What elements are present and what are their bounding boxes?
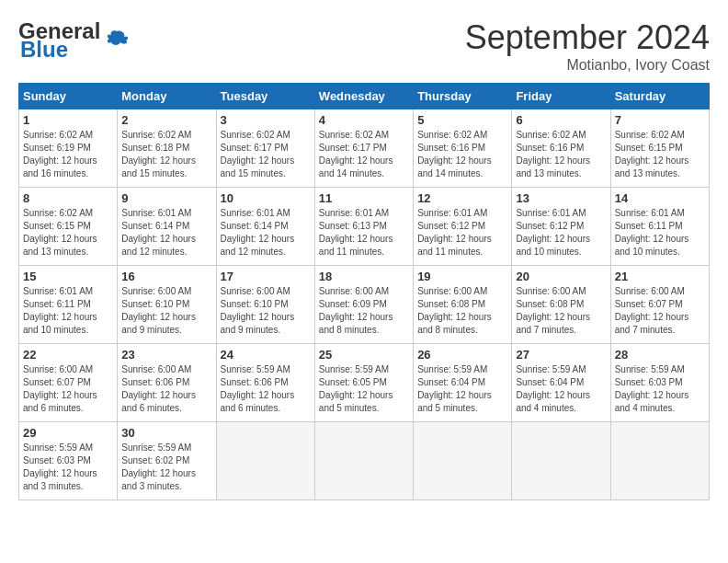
day-cell: 22 Sunrise: 6:00 AM Sunset: 6:07 PM Dayl… (19, 344, 118, 422)
sunrise-label: Sunrise: 6:00 AM (23, 364, 93, 374)
sunset-label: Sunset: 6:08 PM (417, 299, 485, 309)
sunset-label: Sunset: 6:17 PM (319, 143, 387, 153)
day-cell: 25 Sunrise: 5:59 AM Sunset: 6:05 PM Dayl… (314, 344, 413, 422)
day-number: 18 (319, 270, 409, 283)
day-info: Sunrise: 6:02 AM Sunset: 6:18 PM Dayligh… (121, 129, 211, 180)
day-info: Sunrise: 6:01 AM Sunset: 6:14 PM Dayligh… (221, 207, 311, 259)
day-cell: 26 Sunrise: 5:59 AM Sunset: 6:04 PM Dayl… (414, 344, 512, 422)
sunset-label: Sunset: 6:15 PM (615, 143, 683, 153)
logo-bird-icon (104, 28, 130, 53)
daylight-label: Daylight: 12 hours and 6 minutes. (121, 390, 196, 413)
sunrise-label: Sunrise: 6:02 AM (615, 130, 685, 140)
header-col-sunday: Sunday (19, 84, 118, 109)
daylight-label: Daylight: 12 hours and 13 minutes. (615, 155, 689, 178)
sunset-label: Sunset: 6:14 PM (221, 221, 289, 231)
sunrise-label: Sunrise: 6:01 AM (615, 208, 685, 218)
daylight-label: Daylight: 12 hours and 9 minutes. (121, 312, 196, 335)
day-cell: 5 Sunrise: 6:02 AM Sunset: 6:16 PM Dayli… (414, 109, 512, 188)
day-number: 21 (615, 270, 705, 283)
day-number: 20 (516, 270, 606, 283)
sunset-label: Sunset: 6:12 PM (417, 221, 485, 231)
sunset-label: Sunset: 6:10 PM (121, 299, 189, 309)
calendar-table: SundayMondayTuesdayWednesdayThursdayFrid… (18, 83, 710, 500)
daylight-label: Daylight: 12 hours and 6 minutes. (23, 390, 97, 413)
day-number: 25 (319, 348, 409, 362)
daylight-label: Daylight: 12 hours and 14 minutes. (417, 155, 492, 178)
daylight-label: Daylight: 12 hours and 3 minutes. (23, 468, 97, 491)
day-info: Sunrise: 6:01 AM Sunset: 6:12 PM Dayligh… (417, 207, 507, 259)
week-row-3: 15 Sunrise: 6:01 AM Sunset: 6:11 PM Dayl… (19, 266, 710, 344)
day-number: 5 (417, 113, 507, 127)
daylight-label: Daylight: 12 hours and 8 minutes. (319, 312, 393, 335)
sunset-label: Sunset: 6:17 PM (221, 143, 289, 153)
daylight-label: Daylight: 12 hours and 13 minutes. (516, 155, 590, 178)
day-cell: 11 Sunrise: 6:01 AM Sunset: 6:13 PM Dayl… (314, 188, 413, 266)
sunrise-label: Sunrise: 6:02 AM (23, 208, 93, 218)
sunset-label: Sunset: 6:15 PM (23, 221, 91, 231)
day-cell: 7 Sunrise: 6:02 AM Sunset: 6:15 PM Dayli… (610, 109, 709, 188)
sunrise-label: Sunrise: 6:02 AM (319, 130, 389, 140)
day-cell (414, 422, 512, 500)
day-number: 8 (23, 191, 113, 205)
day-info: Sunrise: 6:01 AM Sunset: 6:11 PM Dayligh… (23, 285, 113, 337)
sunrise-label: Sunrise: 5:59 AM (221, 364, 290, 374)
day-number: 9 (121, 191, 211, 205)
day-number: 12 (417, 191, 507, 205)
month-title: September 2024 (465, 18, 710, 57)
day-number: 13 (516, 191, 606, 205)
sunset-label: Sunset: 6:11 PM (23, 299, 91, 309)
day-number: 15 (23, 270, 113, 283)
day-number: 27 (516, 348, 606, 362)
day-info: Sunrise: 6:00 AM Sunset: 6:06 PM Dayligh… (121, 363, 211, 415)
day-info: Sunrise: 5:59 AM Sunset: 6:04 PM Dayligh… (417, 363, 507, 415)
day-info: Sunrise: 6:01 AM Sunset: 6:11 PM Dayligh… (615, 207, 705, 259)
day-cell: 21 Sunrise: 6:00 AM Sunset: 6:07 PM Dayl… (610, 266, 709, 344)
sunrise-label: Sunrise: 6:01 AM (516, 208, 586, 218)
sunrise-label: Sunrise: 6:01 AM (221, 208, 290, 218)
sunset-label: Sunset: 6:10 PM (221, 299, 289, 309)
day-cell: 12 Sunrise: 6:01 AM Sunset: 6:12 PM Dayl… (414, 188, 512, 266)
daylight-label: Daylight: 12 hours and 12 minutes. (221, 234, 295, 257)
day-number: 22 (23, 348, 113, 362)
daylight-label: Daylight: 12 hours and 12 minutes. (121, 234, 196, 257)
daylight-label: Daylight: 12 hours and 13 minutes. (23, 234, 97, 257)
page-header: General Blue September 2024 Motianbo, Iv… (18, 18, 710, 74)
day-cell: 15 Sunrise: 6:01 AM Sunset: 6:11 PM Dayl… (19, 266, 118, 344)
day-cell: 2 Sunrise: 6:02 AM Sunset: 6:18 PM Dayli… (118, 109, 216, 188)
week-row-1: 1 Sunrise: 6:02 AM Sunset: 6:19 PM Dayli… (19, 109, 710, 188)
day-cell: 6 Sunrise: 6:02 AM Sunset: 6:16 PM Dayli… (512, 109, 610, 188)
day-number: 1 (23, 113, 113, 127)
day-info: Sunrise: 6:02 AM Sunset: 6:16 PM Dayligh… (417, 129, 507, 180)
sunset-label: Sunset: 6:18 PM (121, 143, 189, 153)
daylight-label: Daylight: 12 hours and 9 minutes. (221, 312, 295, 335)
sunset-label: Sunset: 6:13 PM (319, 221, 387, 231)
day-info: Sunrise: 6:00 AM Sunset: 6:08 PM Dayligh… (417, 285, 507, 337)
sunrise-label: Sunrise: 6:02 AM (121, 130, 191, 140)
day-info: Sunrise: 6:00 AM Sunset: 6:10 PM Dayligh… (121, 285, 211, 337)
day-number: 19 (417, 270, 507, 283)
week-row-5: 29 Sunrise: 5:59 AM Sunset: 6:03 PM Dayl… (19, 422, 710, 500)
sunrise-label: Sunrise: 6:02 AM (23, 130, 93, 140)
daylight-label: Daylight: 12 hours and 11 minutes. (319, 234, 393, 257)
day-cell: 1 Sunrise: 6:02 AM Sunset: 6:19 PM Dayli… (19, 109, 118, 188)
sunset-label: Sunset: 6:03 PM (23, 455, 91, 465)
sunrise-label: Sunrise: 6:01 AM (319, 208, 389, 218)
sunrise-label: Sunrise: 6:00 AM (417, 286, 487, 296)
sunset-label: Sunset: 6:19 PM (23, 143, 91, 153)
day-info: Sunrise: 5:59 AM Sunset: 6:06 PM Dayligh… (221, 363, 311, 415)
day-cell: 24 Sunrise: 5:59 AM Sunset: 6:06 PM Dayl… (216, 344, 314, 422)
header-col-friday: Friday (512, 84, 610, 109)
day-number: 4 (319, 113, 409, 127)
sunset-label: Sunset: 6:04 PM (516, 377, 584, 387)
day-number: 10 (221, 191, 311, 205)
day-info: Sunrise: 6:02 AM Sunset: 6:19 PM Dayligh… (23, 129, 113, 180)
day-number: 11 (319, 191, 409, 205)
sunrise-label: Sunrise: 5:59 AM (23, 442, 93, 453)
daylight-label: Daylight: 12 hours and 7 minutes. (516, 312, 590, 335)
sunrise-label: Sunrise: 6:02 AM (417, 130, 487, 140)
sunrise-label: Sunrise: 6:00 AM (516, 286, 586, 296)
daylight-label: Daylight: 12 hours and 16 minutes. (23, 155, 97, 178)
day-cell: 27 Sunrise: 5:59 AM Sunset: 6:04 PM Dayl… (512, 344, 610, 422)
day-cell (512, 422, 610, 500)
day-cell: 23 Sunrise: 6:00 AM Sunset: 6:06 PM Dayl… (118, 344, 216, 422)
